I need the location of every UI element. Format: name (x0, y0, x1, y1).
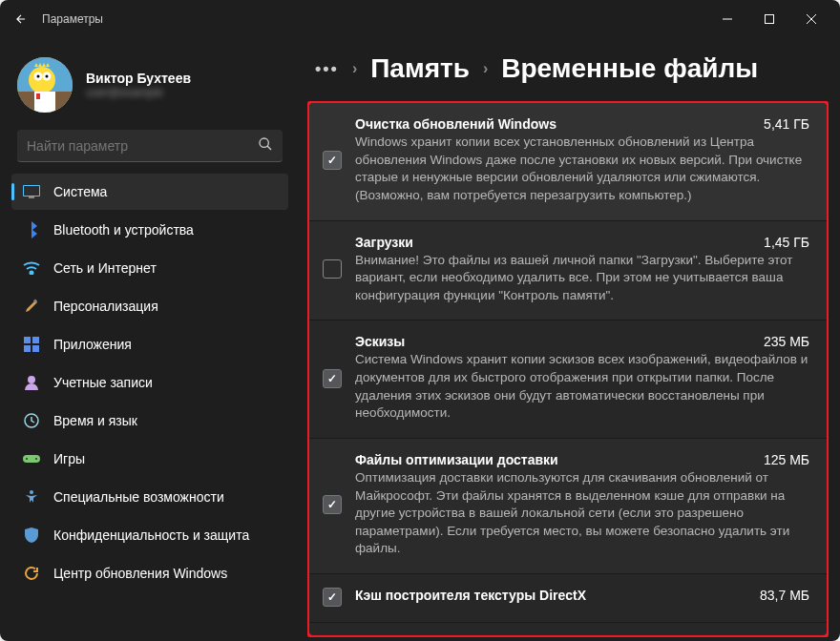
sidebar-item-clock[interactable]: Время и язык (11, 403, 288, 439)
breadcrumb-parent[interactable]: Память (370, 53, 470, 84)
settings-window: Параметры (0, 0, 840, 641)
brush-icon (23, 298, 40, 315)
profile-name: Виктор Бухтеев (86, 71, 191, 86)
row-description: Система Windows хранит копии эскизов все… (355, 351, 809, 423)
maximize-button[interactable] (748, 0, 790, 38)
window-title: Параметры (42, 12, 706, 26)
temp-file-row: Очистка обновлений Windows 5,41 ГБ Windo… (309, 103, 827, 221)
sidebar-item-bluetooth[interactable]: Bluetooth и устройства (11, 212, 288, 248)
row-size: 83,7 МБ (760, 588, 809, 603)
row-size: 5,41 ГБ (764, 116, 809, 132)
person-icon (23, 374, 40, 391)
shield-icon (23, 527, 40, 544)
temp-file-row: Файлы оптимизации доставки 125 МБ Оптими… (309, 439, 827, 574)
breadcrumb-more-icon[interactable]: ••• (315, 59, 339, 79)
back-button[interactable] (8, 6, 34, 32)
breadcrumb: ••• › Память › Временные файлы (307, 50, 829, 101)
checkbox[interactable] (323, 495, 342, 514)
checkbox[interactable] (323, 259, 342, 279)
titlebar: Параметры (0, 0, 840, 38)
sidebar-item-game[interactable]: Игры (11, 441, 288, 477)
row-size: 125 МБ (764, 452, 809, 467)
clock-icon (23, 412, 40, 429)
row-title: Загрузки (355, 235, 413, 250)
update-icon (23, 565, 40, 582)
svg-point-7 (46, 75, 49, 78)
row-description: Оптимизация доставки используются для ск… (355, 469, 809, 558)
sidebar-item-label: Игры (53, 451, 85, 466)
system-icon (23, 183, 40, 200)
bluetooth-icon (23, 221, 40, 238)
chevron-right-icon: › (352, 60, 357, 77)
svg-rect-16 (24, 337, 31, 343)
svg-point-6 (37, 75, 40, 78)
row-title: Файлы оптимизации доставки (355, 452, 558, 467)
avatar (17, 57, 73, 113)
nav: СистемаBluetooth и устройстваСеть и Инте… (11, 174, 288, 591)
accessibility-icon (23, 488, 40, 506)
sidebar-item-label: Конфиденциальность и защита (53, 527, 249, 543)
sidebar-item-label: Время и язык (53, 413, 137, 428)
svg-rect-22 (23, 455, 40, 463)
sidebar-item-brush[interactable]: Персонализация (11, 288, 288, 324)
sidebar: Виктор Бухтеев user@example СистемаBluet… (0, 38, 296, 641)
sidebar-item-shield[interactable]: Конфиденциальность и защита (11, 517, 288, 553)
row-title: Кэш построителя текстуры DirectX (355, 588, 586, 603)
row-description: Windows хранит копии всех установленных … (355, 134, 809, 205)
sidebar-item-label: Bluetooth и устройства (53, 222, 194, 238)
sidebar-item-update[interactable]: Центр обновления Windows (11, 555, 288, 591)
chevron-right-icon: › (483, 60, 488, 77)
temp-file-row: Эскизы 235 МБ Система Windows хранит коп… (309, 320, 827, 439)
minimize-button[interactable] (706, 0, 748, 38)
checkbox[interactable] (323, 369, 342, 388)
sidebar-item-label: Приложения (53, 337, 132, 352)
row-title: Эскизы (355, 334, 405, 349)
svg-rect-18 (24, 345, 31, 352)
svg-point-3 (29, 67, 55, 93)
search-icon (258, 136, 273, 155)
temp-file-row: Кэш построителя текстуры DirectX 83,7 МБ (309, 574, 827, 623)
wifi-icon (23, 259, 40, 277)
sidebar-item-accessibility[interactable]: Специальные возможности (11, 479, 288, 515)
close-button[interactable] (790, 0, 832, 38)
row-size: 235 МБ (764, 334, 809, 349)
svg-rect-17 (32, 337, 39, 343)
sidebar-item-person[interactable]: Учетные записи (11, 364, 288, 401)
checkbox[interactable] (323, 151, 342, 170)
sidebar-item-system[interactable]: Система (11, 174, 288, 210)
checkbox[interactable] (323, 588, 342, 607)
game-icon (23, 450, 40, 467)
svg-rect-9 (36, 93, 40, 99)
sidebar-item-label: Сеть и Интернет (53, 260, 157, 276)
temp-files-list: Очистка обновлений Windows 5,41 ГБ Windo… (307, 101, 829, 637)
main: ••• › Память › Временные файлы Очистка о… (296, 38, 840, 641)
sidebar-item-apps[interactable]: Приложения (11, 326, 288, 362)
svg-point-14 (31, 272, 33, 275)
row-description: Внимание! Это файлы из вашей личной папк… (355, 252, 809, 305)
svg-point-25 (30, 490, 33, 494)
profile-email: user@example (86, 86, 191, 99)
breadcrumb-current: Временные файлы (501, 53, 758, 84)
svg-point-20 (28, 376, 35, 383)
sidebar-item-label: Персонализация (53, 299, 158, 314)
svg-point-23 (26, 458, 28, 460)
svg-rect-13 (29, 196, 34, 198)
svg-rect-19 (32, 345, 39, 352)
sidebar-item-wifi[interactable]: Сеть и Интернет (11, 250, 288, 286)
svg-rect-0 (766, 15, 774, 24)
row-title: Очистка обновлений Windows (355, 116, 556, 132)
sidebar-item-label: Учетные записи (53, 375, 153, 390)
sidebar-item-label: Центр обновления Windows (53, 566, 227, 581)
svg-point-10 (260, 138, 268, 147)
svg-point-24 (35, 458, 37, 460)
sidebar-item-label: Специальные возможности (53, 489, 224, 505)
search-input[interactable] (17, 130, 283, 162)
temp-file-row: Загрузки 1,45 ГБ Внимание! Это файлы из … (309, 221, 827, 321)
sidebar-item-label: Система (53, 184, 107, 199)
apps-icon (23, 336, 40, 353)
row-size: 1,45 ГБ (764, 235, 809, 250)
profile[interactable]: Виктор Бухтеев user@example (11, 50, 288, 130)
svg-rect-12 (24, 186, 39, 196)
